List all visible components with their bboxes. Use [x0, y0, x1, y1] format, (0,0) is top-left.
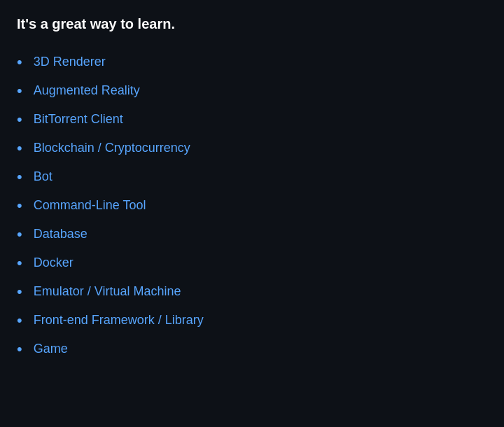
- bullet-icon: •: [17, 83, 22, 99]
- category-link[interactable]: Emulator / Virtual Machine: [34, 282, 181, 301]
- list-item: •Emulator / Virtual Machine: [17, 277, 487, 306]
- bullet-icon: •: [17, 313, 22, 328]
- category-link[interactable]: Game: [34, 340, 68, 358]
- list-item: •Database: [17, 220, 487, 248]
- page-heading: It's a great way to learn.: [17, 14, 487, 34]
- category-link[interactable]: Augmented Reality: [34, 81, 140, 100]
- list-item: •Bot: [17, 162, 487, 191]
- list-item: •Augmented Reality: [17, 76, 487, 105]
- bullet-icon: •: [17, 169, 22, 185]
- category-link[interactable]: Front-end Framework / Library: [34, 311, 204, 330]
- list-item: •Game: [17, 335, 487, 363]
- category-link[interactable]: Database: [34, 225, 88, 244]
- list-item: •Blockchain / Cryptocurrency: [17, 134, 487, 162]
- category-link[interactable]: Command-Line Tool: [34, 196, 146, 215]
- bullet-icon: •: [17, 284, 22, 300]
- bullet-icon: •: [17, 255, 22, 271]
- category-link[interactable]: BitTorrent Client: [34, 110, 123, 129]
- category-list: •3D Renderer•Augmented Reality•BitTorren…: [17, 48, 487, 363]
- bullet-icon: •: [17, 198, 22, 214]
- bullet-icon: •: [17, 141, 22, 156]
- bullet-icon: •: [17, 342, 22, 357]
- list-item: •Front-end Framework / Library: [17, 306, 487, 335]
- category-link[interactable]: Docker: [34, 253, 74, 272]
- list-item: •Command-Line Tool: [17, 191, 487, 220]
- list-item: •BitTorrent Client: [17, 105, 487, 134]
- list-item: •3D Renderer: [17, 48, 487, 76]
- bullet-icon: •: [17, 227, 22, 242]
- bullet-icon: •: [17, 55, 22, 70]
- list-item: •Docker: [17, 248, 487, 277]
- category-link[interactable]: Bot: [34, 167, 52, 186]
- bullet-icon: •: [17, 112, 22, 127]
- category-link[interactable]: 3D Renderer: [34, 52, 106, 71]
- category-link[interactable]: Blockchain / Cryptocurrency: [34, 139, 190, 158]
